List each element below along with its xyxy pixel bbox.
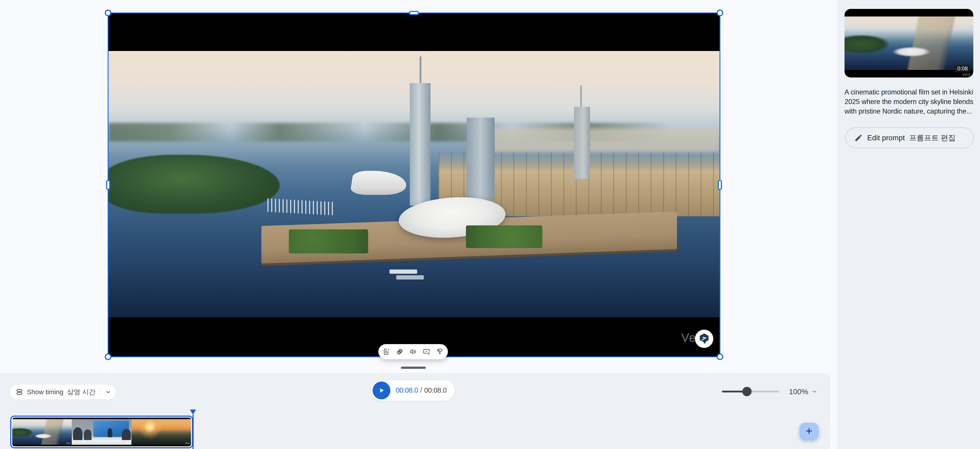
art-city-haze [475,128,719,152]
play-button[interactable] [372,381,390,399]
edit-prompt-label-ko: 프롬프트 편집 [909,133,956,143]
timeline-selected-clip[interactable]: Veo Veo Veo [10,416,193,448]
show-timing-button[interactable]: Show timing 상영 시간 [10,385,116,399]
timeline-frame-business-meeting[interactable]: Veo [72,419,131,445]
selected-video-clip[interactable]: Ve [108,13,721,357]
resize-handle-top-left[interactable] [105,10,111,16]
extension-badge[interactable] [695,330,713,348]
clip-thumbnail[interactable]: 0:08 veo [845,9,973,78]
zoom-level-label: 100% [789,387,808,396]
art-table [72,440,131,445]
details-sidebar: 0:08 veo A cinematic promotional film se… [837,0,980,449]
veo-watermark-small: veo [963,72,970,77]
frame-watermark: Veo [66,442,71,445]
resize-handle-right-center[interactable] [718,180,722,190]
chevron-down-icon[interactable] [105,389,111,395]
hexagon-share-icon [698,333,710,344]
prompt-description: A cinematic promotional film set in Hels… [845,87,978,116]
resize-handle-top-center[interactable] [409,11,419,15]
timing-rows-icon [15,388,24,396]
clip-toolbar [379,344,448,359]
art-tower-3 [574,107,590,179]
art-tower-spire [420,56,422,86]
art-park-1 [289,229,368,254]
frame-watermark: Veo [185,442,189,445]
art-person [108,428,112,437]
panel-resize-handle[interactable] [401,366,426,369]
timeline-playhead-line[interactable] [192,414,194,449]
divider [100,387,100,397]
video-frame-image [108,51,719,317]
zoom-level-dropdown[interactable]: 100% [789,386,818,397]
paint-roller-button[interactable] [434,346,445,357]
art-person [122,429,131,441]
show-timing-label-en: Show timing [27,388,63,396]
time-display: 00:08.0 / 00:08.0 [396,386,447,394]
time-separator: / [420,386,422,394]
flow-video-editor: Ve [0,0,980,449]
resize-handle-left-center[interactable] [106,180,110,190]
art-tower-2 [466,117,495,200]
edit-prompt-label-en: Edit prompt [867,133,905,142]
plus-icon: + [806,425,813,437]
zoom-slider-thumb[interactable] [742,387,752,396]
chevron-down-icon [811,389,818,395]
edit-prompt-button[interactable]: Edit prompt 프롬프트 편집 [845,127,974,148]
video-settings-button[interactable] [421,346,432,357]
total-time: 00:08.0 [424,386,447,394]
show-timing-label-ko: 상영 시간 [67,387,95,397]
volume-icon [409,348,417,355]
current-time: 00:08.0 [396,386,418,394]
art-tower-main [410,83,431,206]
frame-watermark: Veo [126,442,130,445]
art-person [73,427,83,441]
resize-handle-bottom-left[interactable] [105,354,111,360]
rings-button[interactable] [394,346,405,357]
timeline-playhead[interactable] [190,409,196,414]
playback-controls: 00:08.0 / 00:08.0 [371,380,455,401]
veo-watermark: Ve [681,330,696,344]
pencil-icon [854,133,863,142]
timeline-frame-helsinki-aerial[interactable]: Veo [12,419,72,445]
duration-badge: 0:08 [955,65,970,72]
timeline-frame-sunset-skyline[interactable]: Veo [132,419,191,445]
timeline-panel: Show timing 상영 시간 00:08.0 / 00:08.0 [0,373,830,449]
art-spire-3 [580,86,582,109]
resize-handle-bottom-right[interactable] [717,354,723,360]
volume-button[interactable] [407,346,419,357]
art-boat [390,270,417,274]
edit-script-icon [383,348,390,355]
edit-script-button[interactable] [381,346,392,357]
video-settings-icon [423,348,430,355]
play-icon [378,387,385,394]
add-clip-button[interactable]: + [800,423,819,440]
rings-icon [396,348,404,355]
art-park-2 [466,225,542,248]
art-person [84,429,92,440]
resize-handle-top-right[interactable] [717,10,723,16]
zoom-slider[interactable] [722,391,779,392]
filmstrip: Veo Veo Veo [12,417,191,446]
paint-roller-icon [436,348,444,355]
thumbnail-image [845,16,973,70]
